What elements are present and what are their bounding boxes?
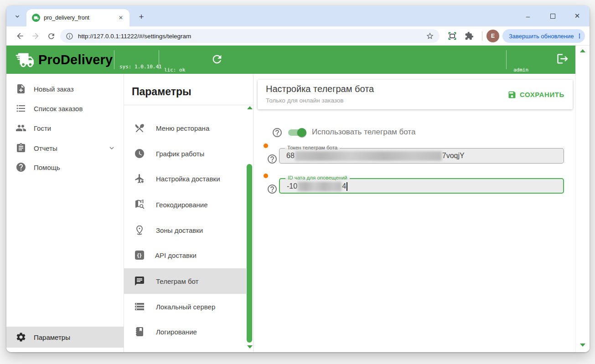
settings-item-delivery-settings[interactable]: Настройка доставки <box>124 169 246 188</box>
sidebar-item-help[interactable]: Помощь <box>6 158 124 176</box>
settings-item-restaurant-menu[interactable]: Меню ресторана <box>124 119 246 137</box>
chevron-down-icon <box>14 13 21 20</box>
url-bar[interactable]: http://127.0.0.1:11222/#/settings/telegr… <box>60 29 440 43</box>
sidebar: Новый заказ Список заказов Гости Отчеты … <box>6 74 124 352</box>
logout-icon[interactable] <box>556 52 570 66</box>
bookmark-star-icon[interactable] <box>426 32 434 40</box>
tab-close-icon[interactable]: ✕ <box>117 14 125 22</box>
redacted-token-text <box>295 151 442 161</box>
sidebar-item-new-order[interactable]: Новый заказ <box>6 80 124 98</box>
clipboard-report-icon <box>16 143 26 154</box>
chevron-down-icon <box>108 144 116 152</box>
text-cursor <box>347 182 347 191</box>
note-add-icon <box>16 83 26 94</box>
chat-id-value-start: -10 <box>287 182 297 190</box>
sidebar-item-label: Список заказов <box>34 105 83 113</box>
gear-icon <box>16 332 26 343</box>
settings-item-telegram-bot[interactable]: Телеграм бот <box>124 268 246 294</box>
token-value-end: 7voqjY <box>442 152 465 160</box>
settings-item-work-schedule[interactable]: График работы <box>124 144 246 163</box>
chat-id-input[interactable]: ID чата для оповещений -10 4 <box>279 178 564 194</box>
toggle-label: Использовать телеграм бота <box>312 128 415 137</box>
help-circle-icon[interactable] <box>267 154 278 164</box>
settings-item-label: Телеграм бот <box>156 277 198 285</box>
user-name: admin <box>513 67 553 73</box>
sidebar-item-label: Отчеты <box>34 144 57 152</box>
save-button[interactable]: СОХРАНИТЬ <box>507 80 564 109</box>
sys-version: sys: 1.0.10.41 <box>119 63 168 70</box>
logbook-icon <box>134 326 145 337</box>
help-icon <box>16 162 26 173</box>
use-telegram-bot-toggle[interactable] <box>288 129 305 136</box>
new-tab-button[interactable]: + <box>136 11 147 22</box>
profile-avatar[interactable]: E <box>486 30 499 42</box>
license-status: lic: ok <box>164 67 209 73</box>
restaurant-menu-icon <box>134 123 145 133</box>
location-pin-icon <box>134 225 145 236</box>
panel-title: Параметры <box>132 86 191 98</box>
chat-id-value-end: 4 <box>342 182 346 190</box>
back-button[interactable] <box>13 29 27 43</box>
maximize-button[interactable] <box>547 10 559 22</box>
reload-button[interactable] <box>44 29 58 43</box>
minimize-button[interactable]: – <box>522 10 534 22</box>
app-body: Новый заказ Список заказов Гости Отчеты … <box>6 74 575 352</box>
bot-token-input[interactable]: Токен телеграм бота 68 7voqjY <box>279 148 564 164</box>
tab-capture-icon[interactable] <box>445 29 460 43</box>
scroll-down-icon[interactable] <box>580 343 585 347</box>
header-divider <box>159 50 159 69</box>
settings-item-api-delivery[interactable]: {} API доставки <box>124 246 246 264</box>
settings-item-geocoding[interactable]: Геокодирование <box>124 195 246 214</box>
brand-name: ProDelivery <box>38 46 113 74</box>
refresh-icon[interactable] <box>211 53 224 67</box>
sidebar-item-guests[interactable]: Гости <box>6 119 124 137</box>
settings-item-label: Зоны доставки <box>156 226 203 234</box>
toolbar-divider <box>482 31 482 41</box>
help-circle-icon[interactable] <box>267 184 278 195</box>
required-dot <box>264 144 268 148</box>
panel-scrollbar-thumb[interactable] <box>247 164 252 343</box>
settings-panel: Параметры Меню ресторана График работы Н… <box>124 74 254 352</box>
scroll-up-icon[interactable] <box>580 49 585 52</box>
browser-window: pro_delivery_front ✕ + – ✕ http://127.0.… <box>6 5 590 352</box>
settings-item-delivery-zones[interactable]: Зоны доставки <box>124 221 246 239</box>
finish-update-button[interactable]: Завершить обновление <box>502 29 585 43</box>
settings-item-label: Логирование <box>156 328 197 336</box>
sidebar-item-label: Гости <box>34 124 51 132</box>
page-title: Настройка телеграм бота <box>266 84 374 94</box>
browser-tab[interactable]: pro_delivery_front ✕ <box>26 9 129 26</box>
settings-item-local-server[interactable]: Локальный сервер <box>124 297 246 316</box>
close-button[interactable]: ✕ <box>571 10 583 22</box>
settings-item-label: Меню ресторана <box>156 124 209 132</box>
kebab-menu-icon[interactable] <box>576 32 583 40</box>
token-value-start: 68 <box>286 152 295 160</box>
panel-scroll-down-icon[interactable] <box>247 345 253 349</box>
page-header-card: Настройка телеграм бота Только для онлай… <box>258 80 573 109</box>
main-content: Настройка телеграм бота Только для онлай… <box>254 74 575 352</box>
panel-scroll-up-icon[interactable] <box>247 106 253 109</box>
header-divider <box>506 50 507 69</box>
help-circle-icon[interactable] <box>272 127 283 138</box>
sidebar-item-label: Новый заказ <box>34 85 74 93</box>
settings-item-label: Геокодирование <box>156 201 208 209</box>
chat-bubble-icon <box>134 276 145 287</box>
title-bar: pro_delivery_front ✕ + – ✕ <box>6 5 590 26</box>
tab-search-button[interactable] <box>11 10 24 22</box>
site-info-icon[interactable] <box>66 32 73 40</box>
sidebar-item-reports[interactable]: Отчеты <box>6 139 124 157</box>
tab-title: pro_delivery_front <box>44 15 117 21</box>
forward-button[interactable] <box>28 29 43 43</box>
save-button-label: СОХРАНИТЬ <box>520 91 564 98</box>
page-scrollbar[interactable] <box>575 46 590 352</box>
settings-item-label: Настройка доставки <box>156 175 220 183</box>
sidebar-item-parameters[interactable]: Параметры <box>6 327 124 348</box>
extensions-puzzle-icon[interactable] <box>462 29 476 43</box>
settings-item-logging[interactable]: Логирование <box>124 323 246 341</box>
sidebar-item-order-list[interactable]: Список заказов <box>6 99 124 118</box>
save-floppy-icon <box>507 90 517 99</box>
maximize-icon <box>550 14 555 19</box>
redacted-chat-id-text <box>298 182 341 191</box>
sidebar-item-label: Помощь <box>34 164 60 171</box>
people-icon <box>16 123 26 133</box>
header-divider <box>114 50 114 69</box>
